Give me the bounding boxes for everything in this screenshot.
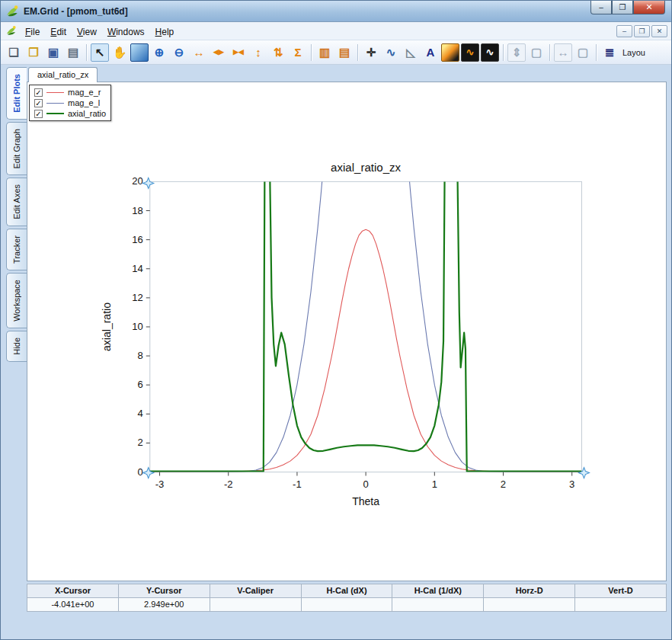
center-x-icon: ▶◀: [233, 49, 244, 56]
table-columns-button[interactable]: ▥: [315, 43, 334, 62]
cursor-value-cell: [484, 598, 575, 611]
title-bar[interactable]: EM.Grid - [pmom_tut6d] – ❐ ✕: [1, 1, 671, 22]
table-columns-icon: ▥: [319, 46, 330, 58]
legend-item-axial_ratio: ✓axial_ratio: [32, 108, 108, 119]
legend-swatch: [46, 103, 64, 104]
chart[interactable]: 02468101214161820-3-2-10123axial_ratio_z…: [27, 82, 666, 581]
pan-hand-button[interactable]: ✋: [110, 43, 129, 62]
menu-help[interactable]: Help: [150, 24, 180, 40]
crosshair-button[interactable]: ✛: [362, 43, 380, 62]
close-button[interactable]: ✕: [633, 1, 665, 14]
fit-window-2-button[interactable]: ▢: [574, 43, 592, 62]
sidebar-tab-edit-plots[interactable]: Edit Plots: [6, 67, 27, 120]
cursor-col-header: V-Caliper: [210, 584, 302, 598]
colormap-button[interactable]: [441, 43, 459, 62]
child-restore-button[interactable]: ❐: [634, 25, 650, 37]
cursor-col-header: Horz-D: [484, 584, 575, 598]
waveform-line-icon: ∿: [486, 47, 494, 57]
expand-x-button[interactable]: ↔: [190, 43, 208, 62]
y-tick-label: 14: [132, 263, 143, 274]
fit-vertical-button[interactable]: ⇕: [507, 43, 526, 62]
sum-sigma-button[interactable]: Σ: [289, 43, 307, 62]
legend-checkbox-axial_ratio[interactable]: ✓: [34, 110, 43, 118]
fit-horizontal-button[interactable]: ↔: [554, 43, 572, 62]
menu-view[interactable]: View: [72, 24, 102, 40]
y-tick-label: 6: [137, 379, 142, 390]
open-folder-icon: ❐: [28, 46, 38, 58]
maximize-button[interactable]: ❐: [612, 1, 633, 14]
window-controls: – ❐ ✕: [590, 1, 665, 14]
text-tool-icon: A: [427, 46, 435, 58]
crosshair-icon: ✛: [366, 46, 376, 58]
axes-curve-button[interactable]: ∿: [382, 43, 400, 62]
toolbar-separator: [549, 44, 550, 61]
menu-items: FileEditViewWindowsHelp: [20, 24, 179, 38]
cursor-value-cell: [575, 598, 667, 611]
minimize-button[interactable]: –: [590, 1, 612, 14]
text-tool-button[interactable]: A: [421, 43, 440, 62]
delta-marker-button[interactable]: ◺: [402, 43, 420, 62]
sidebar-tab-edit-axes[interactable]: Edit Axes: [6, 178, 27, 226]
menu-file[interactable]: File: [20, 24, 45, 40]
layout-button[interactable]: ≣: [600, 43, 619, 62]
cursor-readout-table: X-CursorY-CursorV-CaliperH-Cal (dX)H-Cal…: [27, 584, 667, 612]
child-minimize-button[interactable]: –: [616, 25, 632, 37]
y-tick-label: 12: [132, 292, 143, 303]
y-tick-label: 0: [137, 466, 142, 478]
zoom-window-button[interactable]: [130, 43, 149, 62]
new-file-button[interactable]: ❏: [5, 43, 23, 62]
sidebar-tab-label: Edit Graph: [12, 129, 21, 169]
cursor-col-header: Vert-D: [575, 584, 667, 598]
toolbar-separator: [357, 44, 358, 61]
axes-curve-icon: ∿: [386, 46, 396, 58]
legend-checkbox-mag_e_r[interactable]: ✓: [34, 88, 43, 97]
table-rows-icon: ▤: [339, 46, 350, 58]
app-icon: [5, 5, 19, 18]
split-x-button[interactable]: ◀▶: [210, 43, 228, 62]
toolbar-separator: [86, 44, 87, 61]
save-file-button[interactable]: ▣: [44, 43, 62, 62]
zoom-out-button[interactable]: ⊖: [170, 43, 188, 62]
center-x-button[interactable]: ▶◀: [229, 43, 248, 62]
open-folder-button[interactable]: ❐: [24, 43, 43, 62]
window-title: EM.Grid - [pmom_tut6d]: [24, 6, 128, 17]
child-close-button[interactable]: ✕: [651, 25, 667, 37]
y-tick-label: 8: [137, 350, 142, 361]
legend-checkbox-mag_e_l[interactable]: ✓: [34, 99, 43, 107]
split-y-button[interactable]: ⇅: [269, 43, 287, 62]
x-tick-label: 3: [569, 478, 574, 490]
sidebar-tab-edit-graph[interactable]: Edit Graph: [6, 122, 27, 176]
sidebar-tab-workspace[interactable]: Workspace: [6, 273, 27, 328]
legend-label: axial_ratio: [68, 109, 106, 118]
waveform-filled-button[interactable]: ∿: [461, 43, 479, 62]
menu-edit[interactable]: Edit: [45, 24, 72, 40]
select-cursor-button[interactable]: ↖: [91, 43, 109, 62]
cursor-value-cell: [210, 598, 302, 611]
sidebar-tab-tracker[interactable]: Tracker: [6, 229, 27, 270]
waveform-filled-icon: ∿: [466, 47, 475, 57]
legend: ✓mag_e_r✓mag_e_l✓axial_ratio: [29, 85, 111, 121]
table-rows-button[interactable]: ▤: [335, 43, 354, 62]
sidebar-tab-label: Workspace: [12, 280, 21, 322]
plot-area[interactable]: [150, 181, 582, 472]
fit-window-button[interactable]: ▢: [527, 43, 546, 62]
expand-y-button[interactable]: ↕: [249, 43, 267, 62]
waveform-line-button[interactable]: ∿: [481, 43, 499, 62]
child-window-icon[interactable]: [5, 25, 17, 37]
tab-axial-ratio-zx[interactable]: axial_ratio_zx: [28, 67, 98, 82]
print-button[interactable]: ▤: [64, 43, 82, 62]
y-tick-label: 4: [137, 408, 142, 419]
app-window: EM.Grid - [pmom_tut6d] – ❐ ✕ FileEditVie…: [0, 0, 672, 640]
zoom-in-button[interactable]: ⊕: [150, 43, 168, 62]
menu-windows[interactable]: Windows: [102, 24, 150, 40]
delta-marker-icon: ◺: [406, 46, 415, 58]
legend-label: mag_e_r: [68, 88, 101, 97]
legend-item-mag_e_l: ✓mag_e_l: [32, 98, 108, 108]
zoom-in-icon: ⊕: [155, 46, 165, 58]
toolbar: ❏❐▣▤↖✋⊕⊖↔◀▶▶◀↕⇅Σ▥▤✛∿◺A∿∿⇕▢↔▢≣Layou: [1, 40, 671, 65]
y-axis-label: axial_ratio: [101, 302, 113, 351]
select-cursor-icon: ↖: [95, 46, 105, 58]
sidebar-tab-hide[interactable]: Hide: [6, 331, 27, 362]
y-tick-label: 18: [132, 205, 143, 216]
cursor-col-header: Y-Cursor: [119, 584, 210, 598]
